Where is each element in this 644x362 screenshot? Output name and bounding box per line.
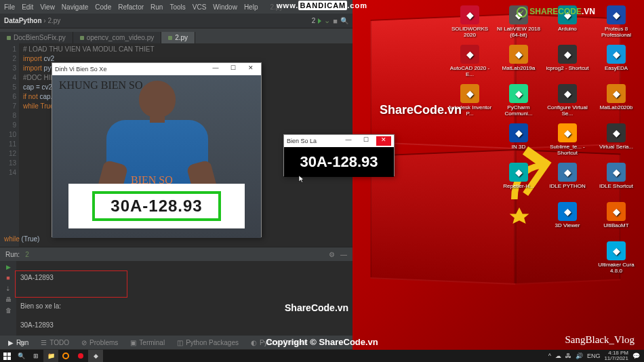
desktop-icon-20[interactable]: ◆IDLE Shortcut <box>592 163 640 201</box>
rerun-icon[interactable]: ▶ <box>4 264 12 272</box>
console-output[interactable]: 30A-12893 Bien so xe la: 30A-12893 0 Bie… <box>16 261 353 336</box>
desktop-icon-26[interactable]: ◆3D Viewer <box>544 202 591 240</box>
app-label: PyCharm Communi... <box>495 104 542 117</box>
menu-run[interactable]: Run <box>150 3 163 11</box>
app-icon: ◆ <box>607 202 626 221</box>
menu-file[interactable]: File <box>4 3 15 11</box>
plate-result-text: 30A-128.93 <box>284 147 394 177</box>
desktop-icon-3[interactable]: ◆SOLIDWORKS 2020 <box>446 5 494 43</box>
tab-docbiensofix[interactable]: DocBienSoFix.py <box>0 32 73 43</box>
app-label: Repetier-H... <box>503 183 534 189</box>
start-button[interactable] <box>0 350 14 362</box>
tray-notifications-icon[interactable]: 💬 <box>632 353 640 359</box>
maximize-button[interactable]: ☐ <box>359 136 374 146</box>
tab-opencv[interactable]: opencv_com_video.py <box>73 32 162 43</box>
menu-vcs[interactable]: VCS <box>193 3 207 11</box>
app-label: Configure Virtual Se... <box>544 104 591 117</box>
app-label: UltiBaoMT <box>603 222 628 228</box>
desktop-icon-23 <box>446 163 494 201</box>
run-panel-title: Run: <box>5 251 20 258</box>
desktop-icon-5[interactable]: ◆EasyEDA <box>592 45 640 83</box>
desktop-icon-18 <box>446 123 494 161</box>
search-icon[interactable]: 🔍 <box>340 17 348 24</box>
desktop-icon-7[interactable]: ◆MatLab2019a <box>495 45 542 83</box>
plate-result-window[interactable]: Bien So La — ☐ ✕ 30A-128.93 <box>283 134 395 176</box>
close-button[interactable]: ✕ <box>243 64 258 74</box>
svg-rect-4 <box>7 353 11 356</box>
menu-code[interactable]: Code <box>95 3 111 11</box>
desktop-icon-11[interactable]: ◆Configure Virtual Se... <box>544 84 591 122</box>
app-icon: ◆ <box>607 5 626 24</box>
menu-tools[interactable]: Tools <box>169 3 185 11</box>
taskbar-app-3[interactable] <box>73 350 88 362</box>
minimize-icon[interactable]: — <box>340 251 347 258</box>
desktop-icon-16[interactable]: ◆Sublime_te... - Shortcut <box>544 123 591 161</box>
menu-edit[interactable]: Edit <box>22 3 33 11</box>
taskbar-app-1[interactable]: 📁 <box>43 350 58 362</box>
app-label: MatLab2020b <box>600 104 633 110</box>
taskbar-taskview-icon[interactable]: ⊞ <box>28 350 43 362</box>
minimize-button[interactable]: — <box>341 136 356 146</box>
debug-icon[interactable]: ⌄ <box>324 16 330 25</box>
trash-icon[interactable]: 🗑 <box>4 307 12 315</box>
desktop-icon-21[interactable]: ◆IDLE PYTHON <box>544 163 591 201</box>
desktop-icon-17[interactable]: ◆IN 3D <box>495 123 542 161</box>
stop-icon[interactable]: ■ <box>333 17 338 25</box>
plate-result-titlebar[interactable]: Bien So La — ☐ ✕ <box>284 135 394 147</box>
app-icon: ◆ <box>509 123 528 142</box>
desktop-icon-10[interactable]: ◆MatLab2020b <box>592 84 640 122</box>
close-button[interactable]: ✕ <box>376 136 391 146</box>
tray-clock[interactable]: 4:18 PM11/7/2021 <box>604 350 628 361</box>
maximize-button[interactable]: ☐ <box>226 64 241 74</box>
desktop-background[interactable]: ◆Proteus 8 Professional◆Arduino◆NI LabVI… <box>353 0 644 362</box>
taskbar-pycharm[interactable]: ◆ <box>88 350 103 362</box>
app-label: Sublime_te... - Shortcut <box>544 144 591 156</box>
webcam-window[interactable]: Dinh Vi Bien So Xe — ☐ ✕ KHUNG BIEN SO B… <box>52 62 262 237</box>
tray-lang[interactable]: ENG <box>587 353 601 359</box>
desktop-icon-12[interactable]: ◆PyCharm Communi... <box>495 84 542 122</box>
desktop-icon-22[interactable]: ◆Repetier-H... <box>495 163 542 201</box>
app-label: Proteus 8 Professional <box>592 26 640 38</box>
tab-2py[interactable]: 2.py <box>161 32 195 43</box>
stop-run-icon[interactable]: ■ <box>4 275 12 283</box>
tray-volume-icon[interactable]: 🔊 <box>576 353 583 359</box>
menu-window[interactable]: Window <box>213 3 237 11</box>
app-label: Virtual Seria... <box>599 144 633 150</box>
bandicam-watermark: www.BANDICAM.com <box>277 1 367 9</box>
license-plate-card: 30A-128.93 <box>68 184 245 228</box>
gear-icon[interactable]: ⚙ <box>329 251 335 258</box>
taskbar-app-2[interactable] <box>58 350 73 362</box>
tray-network-icon[interactable]: 🖧 <box>565 353 571 359</box>
menu-help[interactable]: Help <box>244 3 258 11</box>
menu-refactor[interactable]: Refactor <box>118 3 144 11</box>
scroll-icon[interactable]: ⇣ <box>4 285 12 294</box>
app-icon: ◆ <box>460 45 479 64</box>
desktop-icon-15[interactable]: ◆Virtual Seria... <box>592 123 640 161</box>
print-icon[interactable]: 🖶 <box>4 296 12 304</box>
breadcrumb[interactable]: DataPython › 2.py <box>4 17 60 24</box>
run-icon[interactable] <box>318 18 321 24</box>
app-label: SOLIDWORKS 2020 <box>446 26 494 38</box>
taskbar[interactable]: 🔍 ⊞ 📁 ◆ ^ ☁ 🖧 🔊 ENG 4:18 PM11/7/2021 💬 <box>0 350 644 362</box>
app-icon: ◆ <box>607 45 626 64</box>
desktop-icon-6[interactable]: ◆icprog2 - Shortcut <box>544 45 591 83</box>
desktop-icon-30[interactable]: ◆Ultimaker Cura 4.8.0 <box>592 241 640 279</box>
menu-navigate[interactable]: Navigate <box>62 3 88 11</box>
app-label: icprog2 - Shortcut <box>546 65 588 71</box>
editor-tabs: DocBienSoFix.py opencv_com_video.py 2.py <box>0 28 353 43</box>
webcam-titlebar[interactable]: Dinh Vi Bien So Xe — ☐ ✕ <box>52 63 261 75</box>
minimize-button[interactable]: — <box>208 64 223 74</box>
desktop-icon-0[interactable]: ◆Proteus 8 Professional <box>592 5 640 43</box>
taskbar-search-icon[interactable]: 🔍 <box>14 350 28 362</box>
run-config-selector[interactable]: 2 <box>312 17 316 24</box>
tray-chevron-up-icon[interactable]: ^ <box>548 353 551 359</box>
desktop-icon-27 <box>495 202 542 240</box>
menu-view[interactable]: View <box>40 3 55 11</box>
app-icon: ◆ <box>558 45 577 64</box>
run-panel-config: 2 <box>25 251 29 258</box>
desktop-icon-25[interactable]: ◆UltiBaoMT <box>592 202 640 240</box>
app-label: Ultimaker Cura 4.8.0 <box>592 262 640 274</box>
desktop-icon-8[interactable]: ◆AutoCAD 2020 - E... <box>446 45 494 83</box>
app-icon: ◆ <box>607 163 626 182</box>
tray-onedrive-icon[interactable]: ☁ <box>555 353 561 359</box>
